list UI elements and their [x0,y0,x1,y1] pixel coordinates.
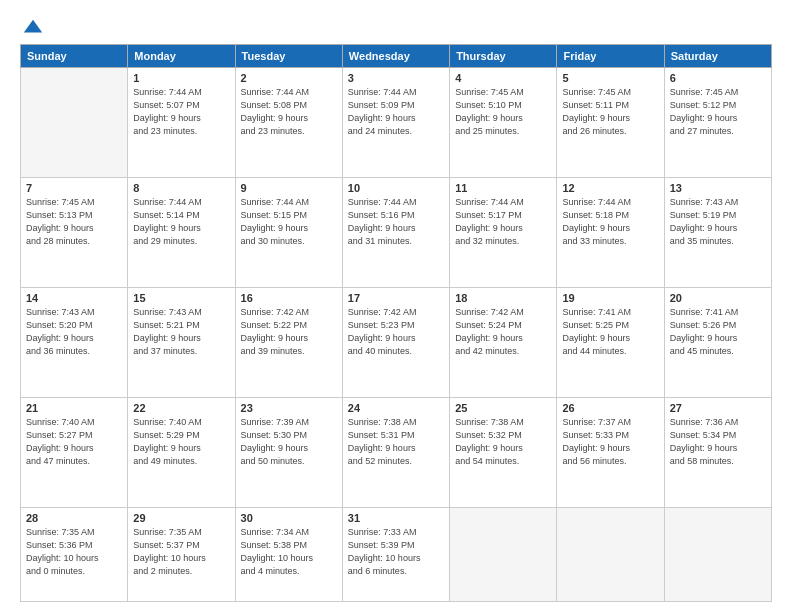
day-info: Sunrise: 7:39 AMSunset: 5:30 PMDaylight:… [241,416,337,468]
calendar-cell: 16Sunrise: 7:42 AMSunset: 5:22 PMDayligh… [235,288,342,398]
calendar-cell: 23Sunrise: 7:39 AMSunset: 5:30 PMDayligh… [235,398,342,508]
day-info: Sunrise: 7:43 AMSunset: 5:20 PMDaylight:… [26,306,122,358]
calendar-cell: 15Sunrise: 7:43 AMSunset: 5:21 PMDayligh… [128,288,235,398]
day-number: 2 [241,72,337,84]
day-info: Sunrise: 7:42 AMSunset: 5:23 PMDaylight:… [348,306,444,358]
calendar-cell: 11Sunrise: 7:44 AMSunset: 5:17 PMDayligh… [450,178,557,288]
calendar-cell: 30Sunrise: 7:34 AMSunset: 5:38 PMDayligh… [235,508,342,602]
day-info: Sunrise: 7:38 AMSunset: 5:32 PMDaylight:… [455,416,551,468]
logo [20,16,44,34]
calendar-cell: 24Sunrise: 7:38 AMSunset: 5:31 PMDayligh… [342,398,449,508]
day-number: 19 [562,292,658,304]
day-number: 3 [348,72,444,84]
day-number: 7 [26,182,122,194]
day-info: Sunrise: 7:38 AMSunset: 5:31 PMDaylight:… [348,416,444,468]
day-number: 31 [348,512,444,524]
day-header-friday: Friday [557,45,664,68]
calendar-cell: 13Sunrise: 7:43 AMSunset: 5:19 PMDayligh… [664,178,771,288]
day-info: Sunrise: 7:45 AMSunset: 5:13 PMDaylight:… [26,196,122,248]
day-number: 1 [133,72,229,84]
day-number: 25 [455,402,551,414]
calendar-cell: 27Sunrise: 7:36 AMSunset: 5:34 PMDayligh… [664,398,771,508]
day-number: 6 [670,72,766,84]
calendar-cell: 2Sunrise: 7:44 AMSunset: 5:08 PMDaylight… [235,68,342,178]
day-info: Sunrise: 7:40 AMSunset: 5:27 PMDaylight:… [26,416,122,468]
day-info: Sunrise: 7:35 AMSunset: 5:36 PMDaylight:… [26,526,122,578]
day-info: Sunrise: 7:42 AMSunset: 5:22 PMDaylight:… [241,306,337,358]
day-number: 11 [455,182,551,194]
day-info: Sunrise: 7:40 AMSunset: 5:29 PMDaylight:… [133,416,229,468]
week-row-4: 21Sunrise: 7:40 AMSunset: 5:27 PMDayligh… [21,398,772,508]
page: SundayMondayTuesdayWednesdayThursdayFrid… [0,0,792,612]
day-header-saturday: Saturday [664,45,771,68]
day-header-tuesday: Tuesday [235,45,342,68]
day-header-thursday: Thursday [450,45,557,68]
calendar-cell: 28Sunrise: 7:35 AMSunset: 5:36 PMDayligh… [21,508,128,602]
week-row-2: 7Sunrise: 7:45 AMSunset: 5:13 PMDaylight… [21,178,772,288]
day-info: Sunrise: 7:44 AMSunset: 5:14 PMDaylight:… [133,196,229,248]
day-info: Sunrise: 7:44 AMSunset: 5:16 PMDaylight:… [348,196,444,248]
svg-marker-0 [24,20,42,33]
calendar-cell: 31Sunrise: 7:33 AMSunset: 5:39 PMDayligh… [342,508,449,602]
calendar-cell: 18Sunrise: 7:42 AMSunset: 5:24 PMDayligh… [450,288,557,398]
day-info: Sunrise: 7:45 AMSunset: 5:12 PMDaylight:… [670,86,766,138]
day-info: Sunrise: 7:44 AMSunset: 5:09 PMDaylight:… [348,86,444,138]
week-row-1: 1Sunrise: 7:44 AMSunset: 5:07 PMDaylight… [21,68,772,178]
calendar-cell: 22Sunrise: 7:40 AMSunset: 5:29 PMDayligh… [128,398,235,508]
day-number: 17 [348,292,444,304]
calendar-cell: 17Sunrise: 7:42 AMSunset: 5:23 PMDayligh… [342,288,449,398]
day-info: Sunrise: 7:43 AMSunset: 5:21 PMDaylight:… [133,306,229,358]
calendar-cell: 7Sunrise: 7:45 AMSunset: 5:13 PMDaylight… [21,178,128,288]
day-info: Sunrise: 7:43 AMSunset: 5:19 PMDaylight:… [670,196,766,248]
calendar-cell [450,508,557,602]
day-info: Sunrise: 7:45 AMSunset: 5:11 PMDaylight:… [562,86,658,138]
day-header-sunday: Sunday [21,45,128,68]
logo-icon [22,16,44,38]
day-number: 23 [241,402,337,414]
day-number: 29 [133,512,229,524]
day-info: Sunrise: 7:42 AMSunset: 5:24 PMDaylight:… [455,306,551,358]
day-info: Sunrise: 7:44 AMSunset: 5:07 PMDaylight:… [133,86,229,138]
day-number: 28 [26,512,122,524]
day-header-monday: Monday [128,45,235,68]
calendar-cell: 12Sunrise: 7:44 AMSunset: 5:18 PMDayligh… [557,178,664,288]
day-number: 27 [670,402,766,414]
day-info: Sunrise: 7:44 AMSunset: 5:18 PMDaylight:… [562,196,658,248]
day-header-wednesday: Wednesday [342,45,449,68]
calendar-cell [557,508,664,602]
day-number: 14 [26,292,122,304]
day-info: Sunrise: 7:45 AMSunset: 5:10 PMDaylight:… [455,86,551,138]
day-info: Sunrise: 7:35 AMSunset: 5:37 PMDaylight:… [133,526,229,578]
day-number: 13 [670,182,766,194]
calendar-cell: 26Sunrise: 7:37 AMSunset: 5:33 PMDayligh… [557,398,664,508]
calendar-cell: 10Sunrise: 7:44 AMSunset: 5:16 PMDayligh… [342,178,449,288]
calendar-cell: 3Sunrise: 7:44 AMSunset: 5:09 PMDaylight… [342,68,449,178]
day-info: Sunrise: 7:44 AMSunset: 5:17 PMDaylight:… [455,196,551,248]
day-info: Sunrise: 7:44 AMSunset: 5:15 PMDaylight:… [241,196,337,248]
day-info: Sunrise: 7:34 AMSunset: 5:38 PMDaylight:… [241,526,337,578]
day-info: Sunrise: 7:33 AMSunset: 5:39 PMDaylight:… [348,526,444,578]
week-row-5: 28Sunrise: 7:35 AMSunset: 5:36 PMDayligh… [21,508,772,602]
day-number: 26 [562,402,658,414]
day-info: Sunrise: 7:44 AMSunset: 5:08 PMDaylight:… [241,86,337,138]
calendar-cell: 29Sunrise: 7:35 AMSunset: 5:37 PMDayligh… [128,508,235,602]
calendar-cell: 21Sunrise: 7:40 AMSunset: 5:27 PMDayligh… [21,398,128,508]
calendar-cell: 14Sunrise: 7:43 AMSunset: 5:20 PMDayligh… [21,288,128,398]
day-number: 30 [241,512,337,524]
day-info: Sunrise: 7:41 AMSunset: 5:25 PMDaylight:… [562,306,658,358]
day-number: 21 [26,402,122,414]
day-number: 8 [133,182,229,194]
day-number: 5 [562,72,658,84]
day-number: 10 [348,182,444,194]
calendar-cell [21,68,128,178]
calendar-cell: 6Sunrise: 7:45 AMSunset: 5:12 PMDaylight… [664,68,771,178]
day-info: Sunrise: 7:36 AMSunset: 5:34 PMDaylight:… [670,416,766,468]
calendar-cell: 5Sunrise: 7:45 AMSunset: 5:11 PMDaylight… [557,68,664,178]
calendar-cell: 4Sunrise: 7:45 AMSunset: 5:10 PMDaylight… [450,68,557,178]
calendar-header-row: SundayMondayTuesdayWednesdayThursdayFrid… [21,45,772,68]
day-number: 4 [455,72,551,84]
calendar-cell [664,508,771,602]
calendar-cell: 1Sunrise: 7:44 AMSunset: 5:07 PMDaylight… [128,68,235,178]
calendar-cell: 8Sunrise: 7:44 AMSunset: 5:14 PMDaylight… [128,178,235,288]
day-number: 18 [455,292,551,304]
